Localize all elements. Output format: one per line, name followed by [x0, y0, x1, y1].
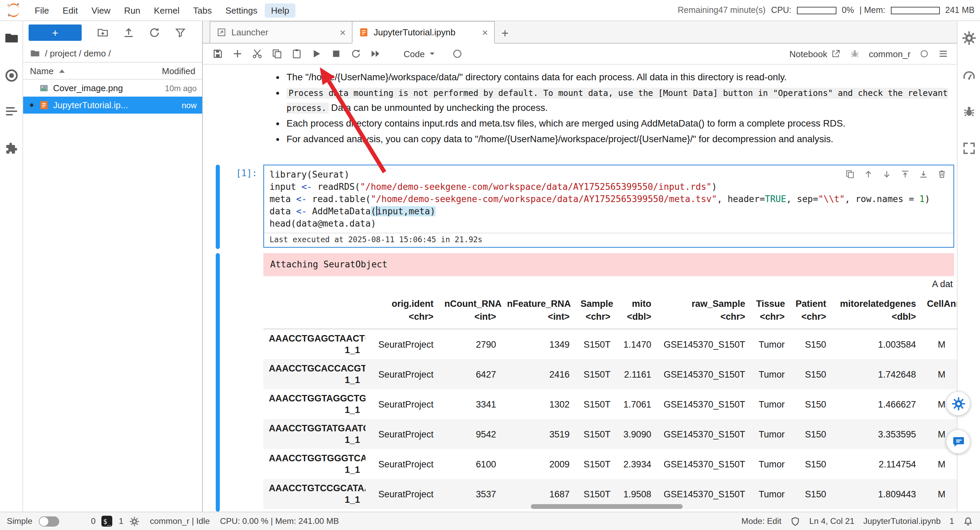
- refresh-file-list-icon[interactable]: [148, 27, 161, 39]
- fullscreen-icon[interactable]: [962, 141, 977, 156]
- unsaved-dot: [30, 103, 33, 107]
- chat-fab[interactable]: [946, 429, 970, 454]
- run-cell-button[interactable]: [308, 46, 325, 62]
- statusbar-filename[interactable]: JupyterTutorial.ipynb: [863, 516, 940, 526]
- table-cell: S150: [790, 419, 832, 449]
- markdown-cell[interactable]: The "/home/{UserName}/workspace/data/" d…: [263, 67, 952, 150]
- table-cell: M: [921, 359, 957, 389]
- notebook-link[interactable]: Notebook: [789, 49, 840, 59]
- file-list: Cover_image.png10m agoJupyterTutorial.ip…: [23, 79, 202, 114]
- save-button[interactable]: [210, 46, 226, 62]
- file-modified: now: [182, 100, 197, 110]
- table-cell: SeuratProject: [366, 359, 439, 389]
- table-cell: GSE145370_S150T: [657, 419, 751, 449]
- kernel-settings-icon[interactable]: [130, 516, 140, 526]
- trust-shield-icon: [790, 516, 800, 526]
- restart-kernel-button[interactable]: [348, 46, 364, 62]
- tab-label: JupyterTutorial.ipynb: [374, 27, 477, 37]
- bell-icon[interactable]: [963, 516, 973, 526]
- row-name: AAACCTGCACCACGTG-1_1: [263, 359, 366, 389]
- table-cell: S150T: [575, 449, 616, 479]
- name-column-header[interactable]: Name: [30, 66, 53, 76]
- interrupt-kernel-button[interactable]: [328, 46, 344, 62]
- cell-type-dropdown[interactable]: Code: [404, 49, 437, 59]
- notebook-file-icon: [39, 100, 49, 110]
- kernel-name[interactable]: common_r: [869, 49, 911, 59]
- debugger-icon[interactable]: [849, 48, 860, 59]
- statusbar-left: Simple 0 $_ 1 common_r | Idle CPU: 0.00 …: [0, 516, 339, 527]
- file-name: Cover_image.png: [53, 83, 161, 93]
- dataframe-table: orig.identnCount_RNAnFeature_RNASamplemi…: [263, 295, 957, 509]
- menu-edit[interactable]: Edit: [56, 3, 84, 17]
- settings-fab[interactable]: [946, 391, 970, 416]
- debugger-panel-icon[interactable]: [962, 104, 977, 119]
- image-file-icon: [39, 83, 49, 93]
- modified-column-header[interactable]: Modified: [162, 66, 195, 76]
- table-cell: Tumor: [751, 479, 790, 509]
- table-cell: M: [921, 329, 957, 359]
- table-cell: GSE145370_S150T: [657, 329, 751, 359]
- mode-indicator[interactable]: Mode: Edit: [741, 516, 782, 526]
- insert-cell-below-button[interactable]: [917, 168, 930, 180]
- paste-cell-button[interactable]: [288, 46, 305, 62]
- menu-run[interactable]: Run: [118, 3, 147, 17]
- tab-launcher[interactable]: Launcher×: [210, 21, 353, 43]
- notification-count[interactable]: 1: [950, 516, 954, 526]
- move-cell-up-button[interactable]: [862, 168, 875, 180]
- close-tab-icon[interactable]: ×: [482, 27, 488, 37]
- table-cell: SeuratProject: [366, 419, 439, 449]
- column-header: raw_Sample: [657, 295, 751, 310]
- save-icon: [212, 48, 223, 59]
- delete-cell-button[interactable]: [936, 168, 948, 180]
- tab-jupytertutorial-ipynb[interactable]: JupyterTutorial.ipynb×: [352, 21, 495, 44]
- move-cell-down-button[interactable]: [881, 168, 893, 180]
- sort-ascending-icon: [59, 69, 64, 73]
- add-tab-button[interactable]: +: [495, 24, 514, 43]
- insert-cell-button[interactable]: [229, 46, 246, 62]
- cut-cell-button[interactable]: [249, 46, 266, 62]
- table-cell: 3.9090: [616, 419, 657, 449]
- menu-settings[interactable]: Settings: [219, 3, 263, 17]
- new-launcher-button[interactable]: +: [29, 24, 82, 41]
- kernel-status-text[interactable]: common_r | Idle: [150, 516, 210, 526]
- menu-kernel[interactable]: Kernel: [148, 3, 185, 17]
- table-row: AAACCTGAGCTAACTC-1_1SeuratProject2790134…: [263, 329, 957, 359]
- new-folder-icon[interactable]: [97, 27, 109, 39]
- insert-cell-above-button[interactable]: [899, 168, 911, 180]
- file-row[interactable]: JupyterTutorial.ip...now: [23, 97, 202, 114]
- dashboard-icon[interactable]: [962, 68, 977, 83]
- filter-files-icon[interactable]: [174, 27, 186, 39]
- file-row[interactable]: Cover_image.png10m ago: [23, 79, 202, 97]
- home-folder-icon[interactable]: [30, 48, 40, 58]
- cursor-position[interactable]: Ln 4, Col 21: [809, 516, 854, 526]
- horizontal-scrollbar[interactable]: [531, 504, 682, 509]
- extensions-icon[interactable]: [4, 141, 19, 156]
- table-cell: M: [921, 479, 957, 509]
- table-cell: 3.353595: [832, 419, 921, 449]
- duplicate-cell-button[interactable]: [844, 168, 856, 180]
- toolbar-menu-icon[interactable]: [938, 48, 949, 59]
- terminals-count[interactable]: 0: [91, 516, 95, 526]
- code-editor[interactable]: library(Seurat)input <- readRDS("/home/d…: [263, 165, 954, 248]
- close-tab-icon[interactable]: ×: [340, 27, 346, 37]
- menu-file[interactable]: File: [29, 3, 55, 17]
- simple-mode-toggle[interactable]: [38, 516, 59, 526]
- kernels-count[interactable]: 1: [119, 516, 124, 526]
- restart-run-all-button[interactable]: [368, 46, 384, 62]
- terminal-badge[interactable]: $_: [102, 516, 113, 527]
- code-cell[interactable]: [1]: library(Seurat)input <- readRDS("/h…: [203, 165, 957, 248]
- row-name: AAACCTGGTGGGTCAA-1_1: [263, 449, 366, 479]
- output-collapser[interactable]: [216, 253, 220, 512]
- menu-tabs[interactable]: Tabs: [187, 3, 218, 17]
- table-of-contents-icon[interactable]: [4, 104, 19, 119]
- menu-view[interactable]: View: [86, 3, 117, 17]
- running-kernels-icon[interactable]: [4, 68, 19, 83]
- copy-cell-button[interactable]: [269, 46, 285, 62]
- breadcrumb-path[interactable]: / project / demo /: [45, 48, 111, 58]
- upload-icon[interactable]: [123, 27, 135, 39]
- menu-help[interactable]: Help: [265, 3, 295, 17]
- table-cell: S150: [790, 449, 832, 479]
- property-inspector-icon[interactable]: [962, 31, 977, 46]
- stop-icon: [331, 48, 342, 59]
- file-browser-icon[interactable]: [4, 31, 19, 46]
